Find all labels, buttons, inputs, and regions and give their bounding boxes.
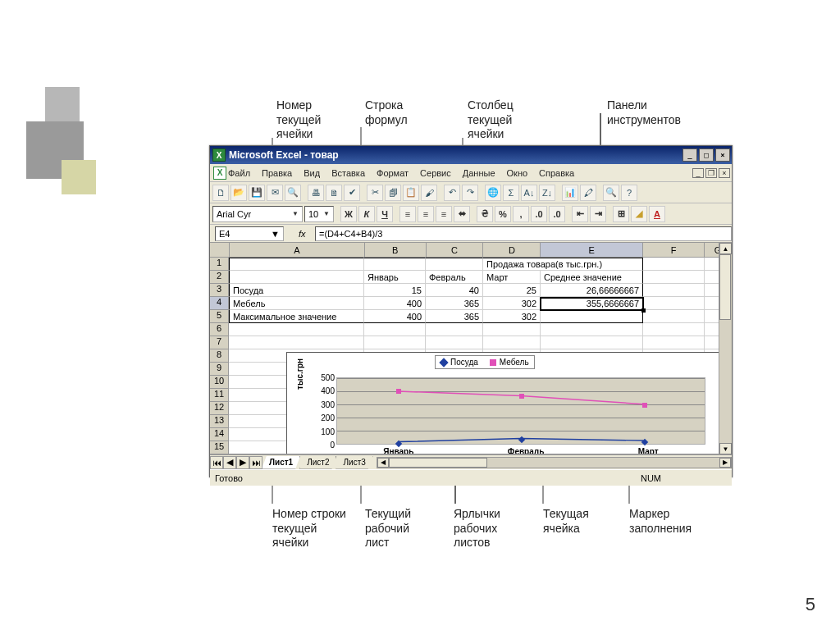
tab-nav-prev[interactable]: ◀ — [223, 456, 236, 469]
sort-asc-button[interactable]: A↓ — [521, 185, 537, 201]
currency-button[interactable]: ₴ — [477, 206, 493, 222]
cell[interactable] — [643, 297, 705, 310]
cell[interactable]: 302 — [483, 297, 541, 310]
cell[interactable] — [643, 271, 705, 284]
name-box[interactable]: E4▼ — [215, 226, 284, 241]
doc-close-button[interactable]: × — [719, 168, 730, 178]
fill-color-button[interactable]: ◢ — [631, 206, 647, 222]
tab-nav-last[interactable]: ⏭ — [249, 456, 262, 469]
embedded-chart[interactable]: Посуда Мебель тыс.грн 0 100 200 300 400 … — [286, 352, 721, 454]
document-icon[interactable]: X — [213, 167, 226, 180]
menu-data[interactable]: Данные — [463, 168, 495, 178]
cell[interactable] — [541, 310, 643, 323]
cell[interactable]: Мебель — [229, 297, 364, 310]
decrease-decimal-button[interactable]: .0 — [549, 206, 565, 222]
cell[interactable]: 26,66666667 — [541, 284, 643, 297]
row-header[interactable]: 5 — [210, 310, 229, 323]
select-all-corner[interactable] — [210, 243, 230, 258]
menu-format[interactable]: Формат — [377, 168, 409, 178]
fill-handle[interactable] — [641, 308, 646, 313]
cell[interactable]: 365 — [426, 310, 483, 323]
horizontal-scrollbar[interactable]: ◀ ▶ — [377, 457, 732, 468]
font-color-button[interactable]: A — [649, 206, 665, 222]
cell[interactable]: 25 — [483, 284, 541, 297]
autosum-button[interactable]: Σ — [503, 185, 519, 201]
col-header-f[interactable]: F — [643, 243, 705, 258]
redo-button[interactable]: ↷ — [462, 185, 478, 201]
cell[interactable]: Февраль — [426, 271, 483, 284]
col-header-a[interactable]: A — [230, 243, 365, 258]
cell-e4-active[interactable]: 355,6666667 — [541, 297, 643, 310]
cell[interactable] — [364, 258, 426, 271]
bold-button[interactable]: Ж — [340, 206, 357, 222]
drawing-button[interactable]: 🖍 — [580, 185, 596, 201]
tab-nav-next[interactable]: ▶ — [236, 456, 249, 469]
cell[interactable]: 302 — [483, 310, 541, 323]
increase-indent-button[interactable]: ⇥ — [590, 206, 606, 222]
menu-window[interactable]: Окно — [507, 168, 528, 178]
format-painter-button[interactable]: 🖌 — [421, 185, 437, 201]
search-button[interactable]: 🔍 — [285, 185, 301, 201]
row-header[interactable]: 15 — [210, 441, 229, 454]
align-center-button[interactable]: ≡ — [418, 206, 434, 222]
open-button[interactable]: 📂 — [231, 185, 247, 201]
maximize-button[interactable]: □ — [699, 148, 714, 162]
sheet-tab-3[interactable]: Лист3 — [336, 456, 372, 469]
chart-wizard-button[interactable]: 📊 — [562, 185, 578, 201]
cell[interactable]: Январь — [364, 271, 426, 284]
row-header[interactable]: 2 — [210, 271, 229, 284]
cell[interactable]: Март — [483, 271, 541, 284]
increase-decimal-button[interactable]: .0 — [531, 206, 547, 222]
col-header-d[interactable]: D — [483, 243, 541, 258]
cell[interactable] — [229, 271, 364, 284]
cell[interactable]: Среднее значение — [541, 271, 643, 284]
merge-center-button[interactable]: ⬌ — [454, 206, 470, 222]
doc-minimize-button[interactable]: _ — [692, 168, 704, 178]
col-header-b[interactable]: B — [365, 243, 427, 258]
italic-button[interactable]: К — [358, 206, 375, 222]
cell[interactable] — [643, 284, 705, 297]
menu-help[interactable]: Справка — [539, 168, 574, 178]
zoom-button[interactable]: 🔍 — [603, 185, 619, 201]
cell[interactable] — [643, 310, 705, 323]
print-preview-button[interactable]: 🗎 — [326, 185, 342, 201]
cell[interactable]: Продажа товара(в тыс.грн.) — [483, 258, 643, 271]
row-header[interactable]: 4 — [210, 297, 229, 310]
row-header[interactable]: 14 — [210, 428, 229, 441]
sheet-tab-1[interactable]: Лист1 — [262, 456, 300, 469]
menu-view[interactable]: Вид — [304, 168, 320, 178]
sort-desc-button[interactable]: Z↓ — [539, 185, 555, 201]
close-button[interactable]: × — [715, 148, 730, 162]
cell[interactable]: 400 — [364, 310, 426, 323]
cell[interactable]: Посуда — [229, 284, 364, 297]
row-header[interactable]: 1 — [210, 258, 229, 271]
borders-button[interactable]: ⊞ — [613, 206, 629, 222]
copy-button[interactable]: 🗐 — [385, 185, 401, 201]
fx-icon[interactable]: fx — [299, 229, 315, 239]
new-button[interactable]: 🗋 — [212, 185, 229, 201]
align-left-button[interactable]: ≡ — [399, 206, 416, 222]
menu-tools[interactable]: Сервис — [420, 168, 451, 178]
col-header-c[interactable]: C — [427, 243, 484, 258]
doc-restore-button[interactable]: ❐ — [705, 168, 717, 178]
cell[interactable]: 15 — [364, 284, 426, 297]
row-header[interactable]: 9 — [210, 363, 229, 376]
spreadsheet-grid[interactable]: A B C D E F G 1 2 3 4 5 6 7 8 9 10 11 12… — [210, 243, 732, 454]
font-name-select[interactable]: Arial Cyr▼ — [212, 206, 303, 222]
row-header[interactable]: 10 — [210, 376, 229, 389]
cell[interactable]: Максимальное значение — [229, 310, 364, 323]
print-button[interactable]: 🖶 — [308, 185, 324, 201]
cell[interactable] — [426, 258, 483, 271]
minimize-button[interactable]: _ — [682, 148, 697, 162]
tab-nav-first[interactable]: ⏮ — [210, 456, 223, 469]
vertical-scrollbar[interactable]: ▲ ▼ — [719, 243, 732, 454]
formula-input[interactable]: =(D4+C4+B4)/3 — [315, 226, 732, 241]
row-header[interactable]: 6 — [210, 323, 229, 336]
paste-button[interactable]: 📋 — [403, 185, 419, 201]
sheet-tab-2[interactable]: Лист2 — [299, 456, 336, 469]
row-header[interactable]: 13 — [210, 415, 229, 428]
cell[interactable] — [643, 258, 705, 271]
col-header-e[interactable]: E — [541, 243, 643, 258]
underline-button[interactable]: Ч — [377, 206, 393, 222]
hyperlink-button[interactable]: 🌐 — [485, 185, 501, 201]
